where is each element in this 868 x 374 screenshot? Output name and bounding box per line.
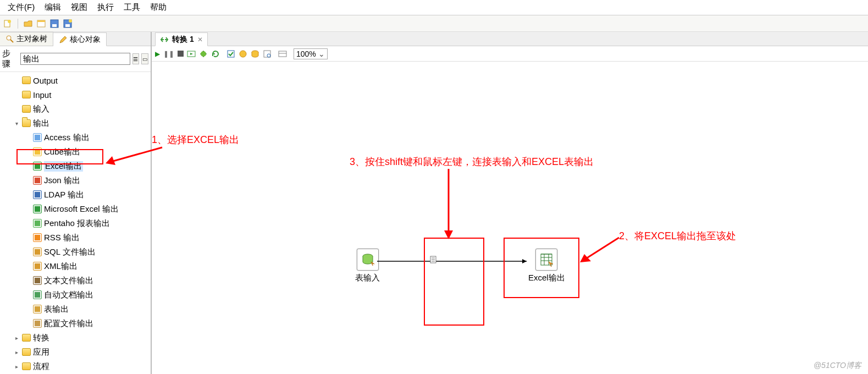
svg-line-10 [10, 40, 13, 42]
tree-item[interactable]: ▾输出 [0, 116, 151, 130]
svg-point-28 [240, 51, 246, 57]
impact-icon[interactable] [239, 50, 247, 58]
replay-icon[interactable] [211, 50, 220, 58]
folder-icon [22, 119, 31, 127]
tree-item[interactable]: 配置文件输出 [0, 316, 151, 331]
tree-item-label: XML输出 [44, 261, 78, 272]
tree-item[interactable]: 文本文件输出 [0, 273, 151, 288]
tree-item[interactable]: 输入 [0, 102, 151, 116]
save-icon[interactable] [50, 19, 59, 28]
close-icon[interactable]: ✕ [197, 36, 203, 43]
collapse-tree-button[interactable]: ▭ [141, 53, 148, 64]
menu-help[interactable]: 帮助 [146, 2, 171, 13]
tree-item[interactable]: Microsoft Excel 输出 [0, 202, 151, 216]
run-icon[interactable]: ▶ [155, 50, 160, 58]
tree-item[interactable]: Pentaho 报表输出 [0, 216, 151, 230]
node-label: 表输入 [355, 273, 380, 283]
tree-item[interactable]: ▸转换 [0, 331, 151, 345]
tree-item[interactable]: Cube输出 [0, 145, 151, 159]
tree-item[interactable]: 表输出 [0, 302, 151, 316]
canvas-tab-transform1[interactable]: 转换 1 ✕ [155, 32, 208, 46]
svg-rect-14 [35, 178, 40, 183]
svg-rect-16 [35, 206, 40, 212]
tab-main-tree[interactable]: 主对象树 [0, 32, 53, 46]
annotation-arrow-3 [440, 169, 457, 240]
pause-icon[interactable]: ❚❚ [163, 50, 174, 58]
tree-item[interactable]: LDAP 输出 [0, 188, 151, 202]
canvas[interactable]: 表输入 Excel输出 1、选择EXCEL输出 3、按住shift键和鼠 [152, 62, 868, 374]
tree-item-label: 配置文件输出 [44, 318, 93, 329]
explore-icon[interactable] [37, 19, 46, 28]
svg-rect-32 [279, 51, 286, 57]
tree-item-label: 表输出 [44, 304, 69, 315]
tree-item[interactable]: ▸应用 [0, 345, 151, 359]
menu-view[interactable]: 视图 [67, 2, 92, 13]
folder-icon [22, 348, 31, 356]
step-icon [33, 176, 42, 185]
tab-core-objects[interactable]: 核心对象 [53, 32, 107, 46]
svg-rect-20 [35, 263, 40, 269]
search-input[interactable] [20, 53, 130, 65]
menubar: 文件(F) 编辑 视图 执行 工具 帮助 [0, 0, 868, 15]
node-excel-output[interactable]: Excel输出 [528, 249, 565, 283]
menu-file[interactable]: 文件(F) [3, 2, 39, 13]
new-file-icon[interactable] [3, 19, 12, 28]
tree-item[interactable]: Json 输出 [0, 173, 151, 188]
tree-item-label: Cube输出 [44, 147, 80, 157]
tree-item[interactable]: SQL 文件输出 [0, 245, 151, 259]
svg-rect-15 [35, 192, 40, 197]
svg-marker-40 [444, 230, 453, 239]
canvas-toolbar: ▶ ❚❚ 100% [152, 46, 868, 62]
transform-icon [160, 35, 169, 44]
tree-item[interactable]: RSS 输出 [0, 230, 151, 245]
expand-tree-button[interactable]: ☰ [132, 53, 140, 64]
verify-icon[interactable] [226, 50, 235, 58]
preview-icon[interactable] [187, 50, 196, 58]
sql-icon[interactable] [251, 50, 259, 58]
svg-rect-18 [35, 235, 40, 240]
svg-marker-37 [522, 259, 527, 263]
svg-rect-7 [65, 24, 70, 27]
stop-icon[interactable] [178, 51, 184, 57]
tree-item-label: 自动文档输出 [44, 290, 93, 300]
folder-icon [22, 76, 31, 84]
step-icon [33, 190, 42, 199]
search-label: 步骤 [2, 48, 18, 69]
svg-rect-3 [37, 20, 45, 22]
tree-item[interactable]: Output [0, 73, 151, 87]
tree-item-label: 输出 [33, 118, 49, 129]
menu-run[interactable]: 执行 [93, 2, 118, 13]
open-icon[interactable] [24, 19, 32, 28]
step-icon [33, 290, 42, 299]
sidebar-tabs: 主对象树 核心对象 [0, 32, 151, 46]
explore-db-icon[interactable] [263, 50, 272, 58]
svg-rect-13 [35, 163, 40, 169]
svg-rect-22 [35, 292, 40, 298]
tree-item-label: Microsoft Excel 输出 [44, 204, 119, 215]
tree-item[interactable]: Excel输出 [0, 159, 151, 173]
step-tree[interactable]: OutputInput输入▾输出Access 输出Cube输出Excel输出Js… [0, 72, 151, 374]
tree-item[interactable]: XML输出 [0, 259, 151, 273]
tree-item[interactable]: 自动文档输出 [0, 288, 151, 302]
show-results-icon[interactable] [278, 50, 287, 58]
svg-rect-27 [228, 51, 234, 57]
menu-edit[interactable]: 编辑 [40, 2, 65, 13]
save-as-icon[interactable] [63, 19, 72, 28]
canvas-tab-title: 转换 1 [172, 35, 194, 45]
tree-item[interactable]: ▸流程 [0, 359, 151, 373]
annotation-arrow-2 [578, 235, 622, 268]
debug-icon[interactable] [199, 50, 208, 58]
tree-item[interactable]: Input [0, 87, 151, 102]
menu-tools[interactable]: 工具 [119, 2, 145, 13]
tree-item-label: RSS 输出 [44, 233, 80, 243]
node-label: Excel输出 [528, 273, 565, 283]
tree-item[interactable]: Access 输出 [0, 130, 151, 145]
folder-icon [22, 362, 31, 370]
svg-rect-23 [35, 306, 40, 312]
node-table-input[interactable]: 表输入 [355, 249, 380, 283]
table-input-icon [357, 249, 379, 271]
svg-rect-38 [430, 256, 436, 263]
tree-item-label: SQL 文件输出 [44, 247, 96, 257]
zoom-select[interactable]: 100% [294, 48, 328, 59]
main-toolbar [0, 15, 868, 32]
